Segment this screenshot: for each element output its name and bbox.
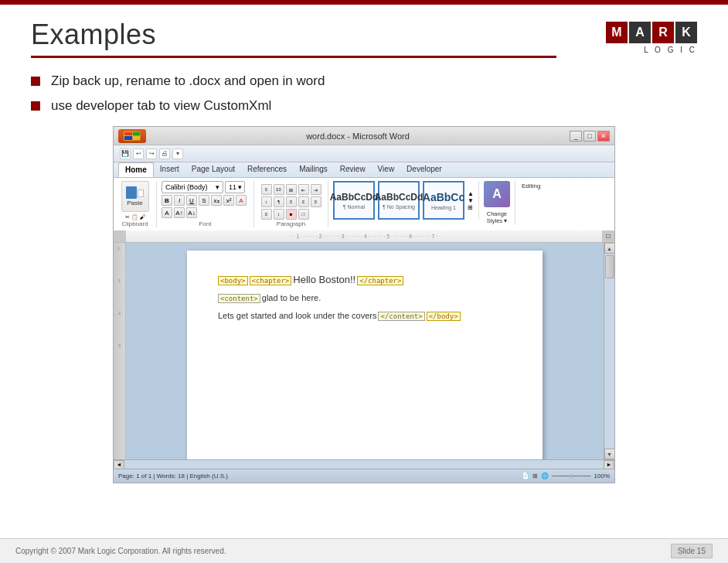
numbered-list-button[interactable]: 1≡: [274, 184, 284, 195]
styles-scroll-down[interactable]: ▼: [468, 197, 474, 204]
doc-line-2: <content> glad to be here.: [218, 293, 512, 303]
style-heading1-label: Heading 1: [431, 205, 456, 210]
change-styles-icon: A: [484, 181, 510, 207]
scrollbar-up-button[interactable]: ▲: [604, 243, 615, 254]
subscript-button[interactable]: x₂: [211, 195, 222, 206]
styles-scroll-up[interactable]: ▲: [468, 190, 474, 197]
tab-page-layout[interactable]: Page Layout: [185, 162, 241, 177]
font-size-dropdown[interactable]: 11 ▾: [225, 181, 245, 193]
ruler-horizontal: · · 1 · · · · · · 2 · · · · · · 3 · · · …: [126, 230, 602, 242]
cut-button[interactable]: ✂: [125, 214, 130, 220]
scrollbar-thumb[interactable]: [605, 255, 614, 278]
tab-view[interactable]: View: [372, 162, 401, 177]
editing-group: Editing: [520, 181, 542, 191]
font-color-button[interactable]: A: [236, 195, 247, 206]
highlight-button[interactable]: A: [162, 207, 172, 218]
align-right-button[interactable]: ≡: [311, 196, 321, 207]
word-title: word.docx - Microsoft Word: [146, 131, 570, 141]
style-no-spacing[interactable]: AaBbCcDd ¶ No Spacing: [378, 181, 420, 220]
ruler-v-mark: ·: [119, 268, 121, 272]
word-scrollbar-vertical: ▲ ▼: [604, 243, 614, 459]
style-normal[interactable]: AaBbCcDd ¶ Normal: [333, 181, 375, 220]
bullets-button[interactable]: ≡: [261, 184, 272, 195]
view-mode-full[interactable]: ⊞: [532, 473, 538, 479]
align-left-button[interactable]: ≡: [286, 196, 297, 207]
qa-extra[interactable]: ▾: [172, 148, 183, 159]
minimize-button[interactable]: _: [570, 131, 582, 142]
scroll-right-button[interactable]: ►: [604, 460, 614, 469]
quick-access-toolbar: 💾 ↩ ↪ 🖨 ▾: [114, 145, 614, 162]
tag-chapter-close: </chapter>: [357, 276, 403, 285]
tag-content-open: <content>: [218, 294, 260, 303]
style-no-spacing-label: ¶ No Spacing: [383, 204, 415, 210]
borders-button[interactable]: □: [298, 209, 309, 220]
superscript-button[interactable]: x²: [223, 195, 234, 206]
tab-insert[interactable]: Insert: [154, 162, 185, 177]
tab-developer[interactable]: Developer: [400, 162, 448, 177]
show-formatting-button[interactable]: ¶: [274, 196, 284, 207]
bullet-icon: [31, 77, 40, 86]
logo-boxes: M A R K: [606, 22, 697, 43]
align-center-button[interactable]: ≡: [298, 196, 309, 207]
logo: M A R K L O G I C: [606, 19, 697, 54]
font-shrink-button[interactable]: A↓: [186, 207, 197, 218]
header: Examples M A R K L O G I C: [0, 5, 728, 58]
view-mode-web[interactable]: 🌐: [541, 473, 549, 479]
style-normal-label: ¶ Normal: [343, 204, 365, 210]
print-icon[interactable]: 🖨: [159, 148, 170, 159]
multilevel-list-button[interactable]: ⊞: [286, 184, 297, 195]
line-spacing-button[interactable]: ↕: [274, 209, 284, 220]
ruler-v-mark: 3: [118, 343, 121, 348]
strikethrough-button[interactable]: S: [199, 195, 209, 206]
indent-decrease-button[interactable]: ⇤: [298, 184, 309, 195]
doc-text-glad: glad to be here.: [262, 293, 321, 302]
style-heading1[interactable]: AaBbCc Heading 1: [423, 181, 464, 220]
zoom-slider[interactable]: ────○────: [552, 473, 590, 479]
ruler-toggle-button[interactable]: □: [602, 230, 614, 243]
font-grow-button[interactable]: A↑: [174, 207, 185, 218]
close-button[interactable]: ✕: [597, 131, 610, 142]
undo-icon[interactable]: ↩: [133, 148, 144, 159]
scrollbar-down-button[interactable]: ▼: [604, 449, 615, 459]
italic-button[interactable]: I: [174, 195, 185, 206]
bold-button[interactable]: B: [162, 195, 172, 206]
justify-button[interactable]: ≡: [261, 209, 272, 220]
tab-mailings[interactable]: Mailings: [293, 162, 334, 177]
style-heading1-preview: AaBbCc: [423, 191, 464, 203]
font-name-dropdown[interactable]: Calibri (Body) ▾: [162, 181, 223, 193]
paste-button[interactable]: Paste: [121, 181, 149, 212]
word-left-ruler: L · · 1 · · 2 · · 3: [114, 243, 126, 459]
list-item: use developer tab to view CustomXml: [31, 98, 697, 114]
styles-expand[interactable]: ⊞: [468, 204, 473, 211]
word-titlebar: word.docx - Microsoft Word _ □ ✕: [114, 127, 614, 145]
editing-label[interactable]: Editing: [520, 181, 542, 191]
tab-home[interactable]: Home: [118, 162, 154, 177]
sort-button[interactable]: ↕: [261, 196, 272, 207]
redo-icon[interactable]: ↪: [146, 148, 157, 159]
ruler-v-mark: ·: [119, 289, 121, 294]
ruler-corner: [114, 230, 126, 242]
shading-button[interactable]: ■: [286, 209, 297, 220]
tag-chapter-open: <chapter>: [250, 276, 292, 285]
clipboard-label: Clipboard: [121, 220, 148, 227]
word-ruler: · · 1 · · · · · · 2 · · · · · · 3 · · · …: [114, 230, 614, 243]
scroll-left-button[interactable]: ◄: [114, 460, 124, 469]
style-no-spacing-preview: AaBbCcDd: [375, 192, 424, 203]
office-button[interactable]: [118, 129, 146, 143]
ruler-v-mark: ·: [119, 322, 121, 326]
format-painter-button[interactable]: 🖌: [140, 214, 145, 220]
indent-increase-button[interactable]: ⇥: [311, 184, 321, 195]
tab-references[interactable]: References: [241, 162, 293, 177]
view-mode-print[interactable]: 📄: [522, 473, 529, 479]
copy-button[interactable]: 📋: [131, 214, 138, 220]
underline-button[interactable]: U: [186, 195, 197, 206]
page-title: Examples: [31, 19, 606, 51]
tab-review[interactable]: Review: [334, 162, 372, 177]
change-styles-button[interactable]: ChangeStyles ▾: [487, 210, 508, 224]
word-page[interactable]: <body> <chapter> Hello Boston!! </chapte…: [187, 251, 543, 459]
font-label: Font: [199, 220, 211, 227]
maximize-button[interactable]: □: [583, 131, 596, 142]
main-content: Zip back up, rename to .docx and open in…: [0, 58, 728, 563]
bullet-icon: [31, 101, 40, 111]
save-icon[interactable]: 💾: [120, 148, 131, 159]
